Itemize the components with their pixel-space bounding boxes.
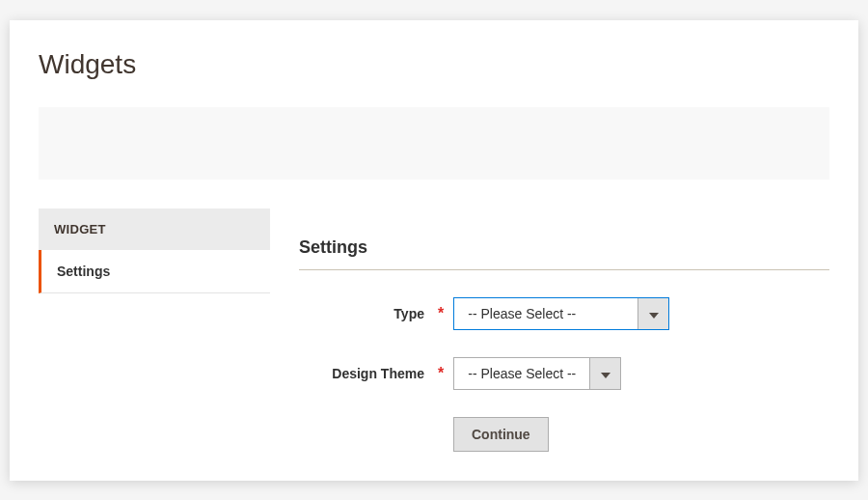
- required-marker: *: [438, 305, 444, 322]
- type-select[interactable]: -- Please Select --: [453, 297, 669, 330]
- form-row-type: Type * -- Please Select --: [299, 297, 829, 330]
- design-theme-label: Design Theme: [299, 366, 434, 381]
- messages-bar: [39, 107, 829, 180]
- type-select-toggle[interactable]: [637, 298, 668, 329]
- sidebar-item-label: Settings: [57, 264, 110, 279]
- design-theme-select[interactable]: -- Please Select --: [453, 357, 621, 390]
- content-layout: WIDGET Settings Settings Type * -- Pleas…: [39, 208, 829, 452]
- required-marker: *: [438, 365, 444, 382]
- chevron-down-icon: [649, 305, 659, 322]
- sidebar-header: WIDGET: [39, 208, 270, 250]
- design-theme-select-value: -- Please Select --: [454, 358, 589, 389]
- continue-button[interactable]: Continue: [453, 417, 549, 452]
- design-theme-select-toggle[interactable]: [589, 358, 620, 389]
- page-title: Widgets: [39, 49, 829, 80]
- sidebar: WIDGET Settings: [39, 208, 270, 452]
- page-container: Widgets WIDGET Settings Settings Type * …: [10, 20, 858, 481]
- sidebar-item-settings[interactable]: Settings: [39, 250, 270, 293]
- chevron-down-icon: [601, 365, 610, 382]
- section-title: Settings: [299, 237, 829, 270]
- type-select-value: -- Please Select --: [454, 298, 637, 329]
- form-row-design-theme: Design Theme * -- Please Select --: [299, 357, 829, 390]
- main-panel: Settings Type * -- Please Select -- Desi…: [299, 208, 829, 452]
- type-label: Type: [299, 306, 434, 321]
